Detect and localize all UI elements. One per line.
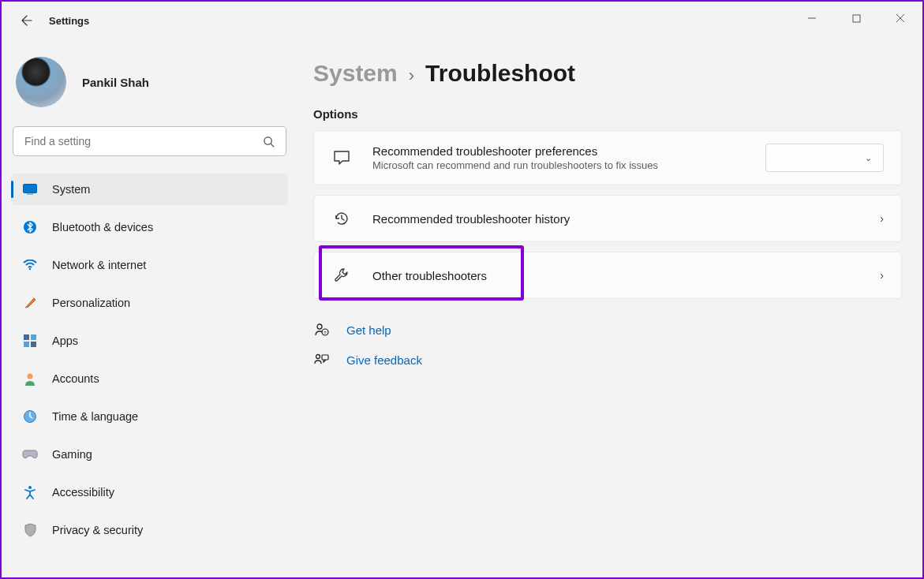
chevron-right-icon: › — [880, 269, 884, 282]
history-icon — [331, 208, 352, 229]
card-title: Recommended troubleshooter history — [372, 212, 880, 226]
maximize-button[interactable] — [839, 6, 873, 30]
sidebar-item-label: Personalization — [52, 297, 130, 309]
svg-line-3 — [271, 144, 274, 147]
section-title: Options — [313, 107, 902, 121]
comment-icon — [331, 148, 352, 168]
profile-block[interactable]: Pankil Shah — [11, 52, 288, 121]
sidebar-item-label: Privacy & security — [52, 524, 143, 536]
svg-point-14 — [28, 486, 32, 489]
sidebar-item-apps[interactable]: Apps — [11, 325, 288, 357]
clock-globe-icon — [22, 409, 38, 424]
accessibility-icon — [22, 484, 38, 500]
svg-rect-9 — [31, 334, 36, 340]
give-feedback-link[interactable]: Give feedback — [346, 353, 422, 367]
back-button[interactable] — [16, 9, 38, 32]
card-title: Recommended troubleshooter preferences — [372, 144, 765, 158]
svg-rect-1 — [853, 15, 860, 22]
sidebar-nav: System Bluetooth & devices Network & int… — [11, 174, 288, 546]
breadcrumb-current: Troubleshoot — [425, 60, 575, 87]
sidebar-item-bluetooth[interactable]: Bluetooth & devices — [11, 211, 288, 243]
svg-point-18 — [316, 355, 320, 359]
svg-point-2 — [264, 136, 271, 144]
sidebar-item-time-language[interactable]: Time & language — [11, 401, 288, 432]
sidebar-item-label: Time & language — [52, 410, 138, 423]
close-button[interactable] — [883, 6, 918, 30]
chevron-down-icon: ⌄ — [865, 153, 872, 163]
give-feedback-row[interactable]: Give feedback — [313, 353, 902, 367]
bluetooth-icon — [22, 219, 38, 235]
svg-rect-4 — [24, 185, 37, 193]
search-input[interactable] — [24, 135, 263, 148]
get-help-link[interactable]: Get help — [346, 323, 391, 337]
sidebar-item-gaming[interactable]: Gaming — [11, 439, 288, 470]
card-subtitle: Microsoft can recommend and run troubles… — [372, 159, 765, 171]
sidebar-item-label: Network & internet — [52, 259, 146, 271]
svg-rect-11 — [31, 342, 36, 347]
sidebar-item-label: Accessibility — [52, 486, 114, 499]
gamepad-icon — [22, 446, 38, 462]
minimize-button[interactable] — [795, 6, 829, 30]
sidebar-item-label: Accounts — [52, 372, 99, 385]
preferences-dropdown[interactable]: ⌄ — [765, 144, 884, 172]
card-other-troubleshooters[interactable]: Other troubleshooters › — [313, 252, 902, 299]
sidebar-item-accessibility[interactable]: Accessibility — [11, 476, 288, 508]
sidebar-item-label: System — [52, 183, 90, 196]
card-history[interactable]: Recommended troubleshooter history › — [313, 195, 902, 242]
svg-rect-10 — [24, 342, 29, 347]
sidebar-item-personalization[interactable]: Personalization — [11, 287, 288, 319]
arrow-left-icon — [21, 14, 33, 27]
person-icon — [22, 371, 38, 387]
svg-point-7 — [29, 268, 31, 270]
chevron-right-icon: › — [880, 212, 884, 225]
sidebar-item-network[interactable]: Network & internet — [11, 249, 288, 281]
svg-point-12 — [28, 373, 33, 379]
svg-rect-5 — [27, 194, 33, 195]
card-recommended-preferences[interactable]: Recommended troubleshooter preferences M… — [313, 130, 902, 185]
get-help-row[interactable]: ? Get help — [313, 323, 902, 337]
svg-rect-19 — [322, 355, 328, 360]
wrench-icon — [331, 265, 352, 286]
svg-point-15 — [317, 324, 322, 329]
search-icon — [263, 136, 275, 148]
sidebar-item-privacy[interactable]: Privacy & security — [11, 514, 288, 546]
breadcrumb-parent[interactable]: System — [313, 60, 398, 87]
window-title: Settings — [49, 15, 89, 27]
brush-icon — [22, 295, 38, 311]
svg-rect-8 — [24, 334, 29, 340]
help-icon: ? — [313, 323, 331, 337]
sidebar-item-label: Apps — [52, 334, 78, 347]
avatar — [16, 57, 66, 107]
sidebar-item-system[interactable]: System — [11, 174, 288, 205]
user-name: Pankil Shah — [82, 76, 149, 89]
close-icon — [896, 13, 905, 23]
system-icon — [22, 181, 38, 197]
feedback-icon — [313, 353, 331, 367]
breadcrumb: System › Troubleshoot — [313, 60, 902, 87]
shield-icon — [22, 522, 38, 538]
minimize-icon — [807, 13, 817, 23]
apps-icon — [22, 333, 38, 349]
card-title: Other troubleshooters — [372, 269, 880, 282]
wifi-icon — [22, 257, 38, 273]
sidebar-item-label: Gaming — [52, 448, 92, 461]
search-input-container[interactable] — [13, 126, 286, 156]
sidebar-item-accounts[interactable]: Accounts — [11, 363, 288, 394]
chevron-right-icon: › — [409, 65, 414, 86]
sidebar-item-label: Bluetooth & devices — [52, 221, 153, 233]
maximize-icon — [852, 14, 861, 23]
